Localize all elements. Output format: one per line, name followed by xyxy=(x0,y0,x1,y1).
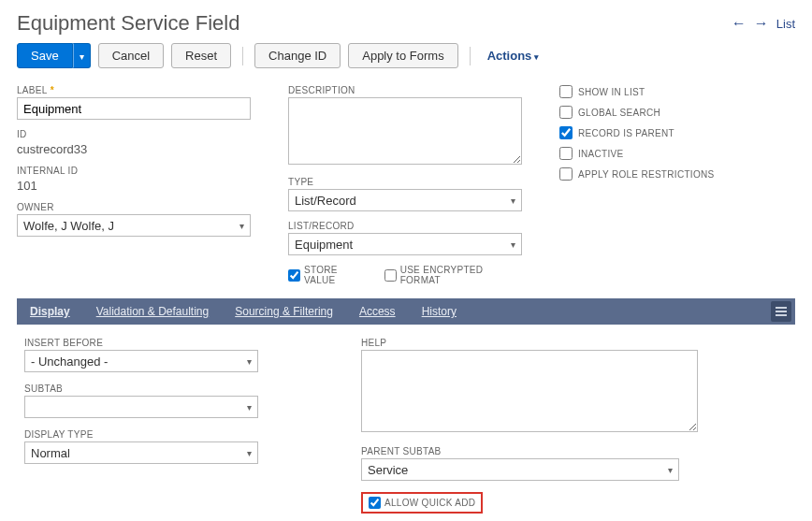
allow-quick-add-label: ALLOW QUICK ADD xyxy=(384,498,475,508)
store-value-label: STORE VALUE xyxy=(304,265,370,285)
top-button-bar: Save Cancel Reset Change ID Apply to For… xyxy=(17,43,795,68)
list-record-select[interactable]: Equipment xyxy=(288,233,522,255)
allow-quick-add-highlight: ALLOW QUICK ADD xyxy=(361,492,483,514)
record-is-parent-checkbox[interactable] xyxy=(559,126,573,139)
help-label: HELP xyxy=(361,338,698,348)
reset-button[interactable]: Reset xyxy=(171,43,231,68)
divider xyxy=(470,47,471,65)
type-value: List/Record xyxy=(295,194,356,208)
owner-value: Wolfe, J Wolfe, J xyxy=(23,219,114,233)
cancel-button[interactable]: Cancel xyxy=(98,43,164,68)
type-label: TYPE xyxy=(288,177,522,187)
parent-subtab-label: PARENT SUBTAB xyxy=(361,446,698,456)
store-value-checkbox[interactable] xyxy=(288,269,300,282)
global-search-checkbox[interactable] xyxy=(559,106,573,119)
back-arrow-icon[interactable]: ← xyxy=(732,15,747,32)
apply-to-forms-button[interactable]: Apply to Forms xyxy=(348,43,457,68)
owner-select[interactable]: Wolfe, J Wolfe, J xyxy=(17,214,251,237)
forward-arrow-icon[interactable]: → xyxy=(754,15,769,32)
allow-quick-add-checkbox[interactable] xyxy=(369,497,381,509)
encrypted-checkbox[interactable] xyxy=(384,269,397,282)
display-type-value: Normal xyxy=(31,446,70,460)
insert-before-value: - Unchanged - xyxy=(31,355,108,369)
divider xyxy=(242,47,243,65)
tab-display[interactable]: Display xyxy=(17,298,83,325)
tab-access[interactable]: Access xyxy=(346,298,409,325)
inactive-label: INACTIVE xyxy=(578,149,624,159)
save-dropdown-button[interactable] xyxy=(73,43,91,68)
list-link[interactable]: List xyxy=(776,17,795,31)
id-value: custrecord33 xyxy=(17,141,251,156)
subtab-label: SUBTAB xyxy=(24,384,258,394)
tab-validation[interactable]: Validation & Defaulting xyxy=(83,298,223,325)
description-label: DESCRIPTION xyxy=(288,85,522,95)
insert-before-select[interactable]: - Unchanged - xyxy=(24,350,258,372)
display-type-select[interactable]: Normal xyxy=(24,441,258,464)
save-button[interactable]: Save xyxy=(17,43,73,68)
encrypted-label: USE ENCRYPTED FORMAT xyxy=(400,265,522,285)
tab-history[interactable]: History xyxy=(409,298,470,325)
record-is-parent-label: RECORD IS PARENT xyxy=(578,128,674,138)
actions-menu[interactable]: Actions xyxy=(482,44,544,67)
display-type-label: DISPLAY TYPE xyxy=(24,429,258,440)
apply-role-restrictions-checkbox[interactable] xyxy=(559,167,573,181)
internal-id-value: 101 xyxy=(17,178,251,193)
show-in-list-label: SHOW IN LIST xyxy=(578,87,645,97)
list-record-label: LIST/RECORD xyxy=(288,221,522,231)
internal-id-field-label: INTERNAL ID xyxy=(17,166,251,176)
subtab-select[interactable] xyxy=(24,396,258,418)
owner-field-label: OWNER xyxy=(17,202,251,212)
parent-subtab-select[interactable]: Service xyxy=(361,458,679,481)
type-select[interactable]: List/Record xyxy=(288,189,522,211)
tab-bar: Display Validation & Defaulting Sourcing… xyxy=(17,298,795,325)
description-textarea[interactable] xyxy=(288,97,522,165)
change-id-button[interactable]: Change ID xyxy=(254,43,341,68)
page-title: Equipment Service Field xyxy=(17,11,239,36)
label-input[interactable] xyxy=(17,97,251,120)
label-field-label: LABEL xyxy=(17,85,251,95)
show-in-list-checkbox[interactable] xyxy=(559,85,573,98)
tab-menu-icon[interactable] xyxy=(771,301,791,322)
list-record-value: Equipment xyxy=(295,238,353,252)
inactive-checkbox[interactable] xyxy=(559,147,573,160)
global-search-label: GLOBAL SEARCH xyxy=(578,108,660,118)
apply-role-restrictions-label: APPLY ROLE RESTRICTIONS xyxy=(578,169,714,180)
insert-before-label: INSERT BEFORE xyxy=(24,338,258,348)
parent-subtab-value: Service xyxy=(368,463,408,477)
id-field-label: ID xyxy=(17,129,251,139)
tab-sourcing[interactable]: Sourcing & Filtering xyxy=(222,298,346,325)
help-textarea[interactable] xyxy=(361,350,698,432)
